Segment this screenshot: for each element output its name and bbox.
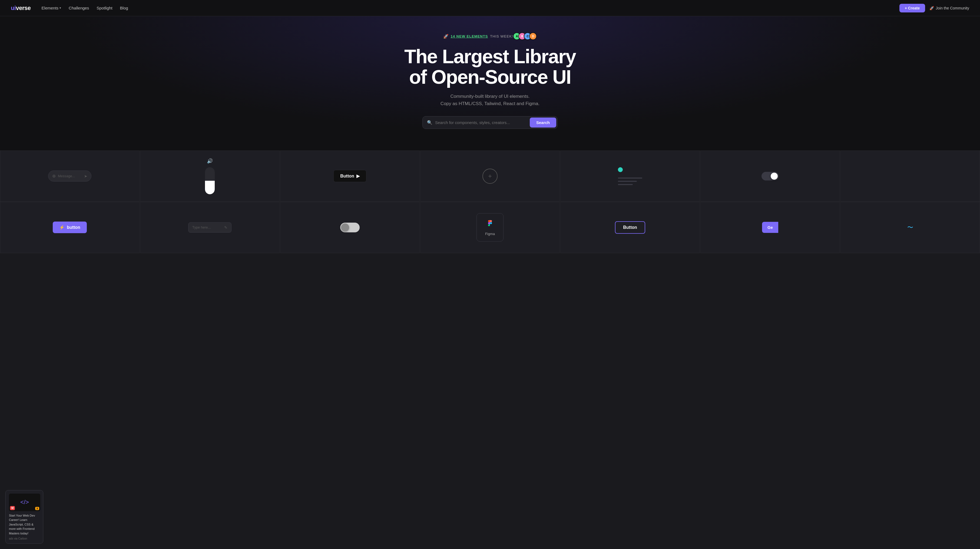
button-label: Button <box>340 174 354 179</box>
figma-icon <box>486 219 494 230</box>
plus-icon: + <box>488 172 492 180</box>
card-button-play: Button ▶ <box>280 151 420 202</box>
ad-text: Start Your Web Dev Career! Learn JavaScr… <box>9 513 40 536</box>
play-icon: ▶ <box>356 173 360 179</box>
code-icon: </> <box>20 499 29 506</box>
rocket-icon: 🚀 <box>929 6 934 10</box>
ad-thumbnail: </> M 3 <box>9 493 40 511</box>
card-outline-btn: Button <box>560 202 700 253</box>
card-type-input: Type here... ✎ <box>140 202 280 253</box>
avatar-4: D <box>529 32 537 40</box>
hero-section: 🚀 14 NEW ELEMENTS THIS WEEK! A B C D The… <box>0 16 980 151</box>
chevron-down-icon: ▾ <box>59 6 61 10</box>
search-input[interactable] <box>435 120 530 125</box>
rocket-badge-icon: 🚀 <box>443 34 449 39</box>
nav-link-blog[interactable]: Blog <box>120 6 128 10</box>
type-placeholder: Type here... <box>192 225 222 229</box>
create-button[interactable]: + Create <box>899 4 925 13</box>
search-button[interactable]: Search <box>530 117 556 127</box>
card-figma: Figma <box>420 202 560 253</box>
skeleton-line-2 <box>618 181 637 182</box>
ad-panel: </> M 3 Start Your Web Dev Career! Learn… <box>5 490 43 544</box>
hero-subtitle: Community-built library of UI elements. … <box>441 93 539 107</box>
nav-link-challenges[interactable]: Challenges <box>69 6 89 10</box>
button-label: button <box>67 225 80 230</box>
skeleton-line-3 <box>618 184 633 185</box>
volume-slider[interactable] <box>205 167 215 194</box>
logo[interactable]: uiverse <box>11 5 31 12</box>
card-plus: + <box>420 151 560 202</box>
toggle-knob <box>771 173 778 180</box>
logo-verse: verse <box>16 5 31 11</box>
volume-fill <box>205 181 215 194</box>
nav-link-elements[interactable]: Elements ▾ <box>41 6 61 10</box>
card-partial-btn: Ge <box>700 202 840 253</box>
navbar: uiverse Elements ▾ Challenges Spotlight … <box>0 0 980 16</box>
cards-grid-row2: </> M 3 Start Your Web Dev Career! Learn… <box>0 202 980 253</box>
toggle-knob-gray <box>341 224 349 232</box>
join-community-button[interactable]: 🚀 Join the Community <box>929 6 969 10</box>
play-button-demo[interactable]: Button ▶ <box>333 170 366 182</box>
new-elements-suffix: THIS WEEK! <box>490 34 513 38</box>
plus-circle-demo[interactable]: + <box>482 168 498 184</box>
type-input-demo: Type here... ✎ <box>188 222 231 233</box>
contributor-avatars: A B C D <box>515 32 537 40</box>
search-icon: 🔍 <box>427 120 433 125</box>
card-toggle-gray <box>280 202 420 253</box>
volume-demo: 🔊 <box>205 158 215 194</box>
card-tailwind: 〜 <box>840 202 980 253</box>
search-bar: 🔍 Search <box>422 116 558 129</box>
edit-icon: ✎ <box>224 225 228 230</box>
add-icon: ⊕ <box>52 173 56 179</box>
figma-label: Figma <box>485 232 495 236</box>
lightning-button-demo[interactable]: ⚡ button <box>53 222 87 233</box>
nav-left: uiverse Elements ▾ Challenges Spotlight … <box>11 5 128 12</box>
new-elements-count: 14 NEW ELEMENTS <box>451 34 488 38</box>
ad-number-badge: 3 <box>35 507 39 510</box>
teal-dot <box>618 167 623 172</box>
cards-grid-row1: ⊕ Message... ➤ 🔊 Button ▶ + <box>0 151 980 202</box>
card-message: ⊕ Message... ➤ <box>0 151 140 202</box>
figma-demo[interactable]: Figma <box>476 213 504 241</box>
card-toggle <box>700 151 840 202</box>
message-input-demo: ⊕ Message... ➤ <box>48 170 91 182</box>
toggle-demo[interactable] <box>762 172 779 181</box>
skeleton-line-1 <box>618 178 642 179</box>
message-placeholder: Message... <box>58 174 82 178</box>
volume-icon: 🔊 <box>207 158 213 164</box>
outline-button-demo[interactable]: Button <box>615 221 645 234</box>
hero-badge: 🚀 14 NEW ELEMENTS THIS WEEK! A B C D <box>443 32 537 40</box>
skeleton-demo <box>618 167 642 185</box>
ad-footer: ads via Carbon <box>9 537 40 540</box>
ad-m-label: M <box>10 506 15 510</box>
tailwind-icon: 〜 <box>907 224 913 232</box>
nav-link-spotlight[interactable]: Spotlight <box>97 6 112 10</box>
lightning-icon: ⚡ <box>59 225 65 230</box>
nav-links: Elements ▾ Challenges Spotlight Blog <box>41 6 128 10</box>
hero-title: The Largest Library of Open-Source UI <box>404 46 576 87</box>
logo-ui: ui <box>11 5 16 11</box>
card-lightning-btn: ⚡ button <box>0 202 140 253</box>
card-volume: 🔊 <box>140 151 280 202</box>
partial-button-demo[interactable]: Ge <box>762 222 778 233</box>
card-empty-1 <box>840 151 980 202</box>
nav-right: + Create 🚀 Join the Community <box>899 4 969 13</box>
card-loading <box>560 151 700 202</box>
send-icon: ➤ <box>84 174 88 178</box>
toggle-gray-demo[interactable] <box>340 223 360 232</box>
